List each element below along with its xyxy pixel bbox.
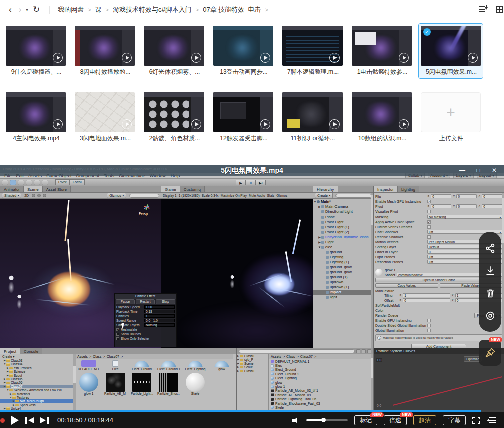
hierarchy-item[interactable]: ground_glow bbox=[313, 270, 373, 275]
pin-button[interactable]: NEW bbox=[479, 340, 501, 366]
breadcrumb-item[interactable]: 我的网盘 bbox=[58, 5, 84, 14]
inspector-field[interactable]: 0 bbox=[403, 298, 450, 302]
folder-tree-item[interactable]: ▶Science bbox=[0, 370, 73, 373]
next-button[interactable] bbox=[40, 417, 49, 424]
file-thumbnail[interactable] bbox=[6, 26, 66, 66]
scene-effects-icon[interactable] bbox=[43, 194, 46, 197]
play-overlay-icon[interactable] bbox=[468, 53, 478, 63]
history-dropdown-icon[interactable]: ▾ bbox=[26, 0, 28, 19]
fullscreen-button[interactable] bbox=[472, 417, 480, 424]
play-overlay-icon[interactable] bbox=[53, 119, 63, 129]
game-toolbar-item[interactable]: Stats bbox=[267, 194, 275, 197]
hierarchy-scrollbar[interactable] bbox=[371, 193, 373, 348]
hierarchy-item[interactable]: impact bbox=[313, 290, 373, 295]
file-card[interactable]: 13受击动画同步... bbox=[211, 23, 276, 79]
asset-list-item[interactable]: Skele bbox=[269, 405, 371, 409]
asset-list-item[interactable]: glow 1 bbox=[269, 384, 371, 388]
play-overlay-icon[interactable] bbox=[399, 119, 409, 129]
asset-list-item[interactable]: glow bbox=[269, 380, 371, 384]
folder-tree-item[interactable]: ▶Unica4 bbox=[0, 407, 73, 410]
breadcrumb-item[interactable]: Class07 bbox=[300, 355, 313, 358]
particle-panel-value[interactable]: 1 bbox=[144, 314, 175, 318]
file-thumbnail[interactable] bbox=[144, 92, 204, 132]
scene-search-input[interactable] bbox=[129, 194, 159, 198]
file-thumbnail[interactable] bbox=[282, 92, 343, 132]
label-icon[interactable] bbox=[362, 349, 366, 353]
folder-tree-item[interactable]: ▶Scout bbox=[237, 365, 268, 369]
breadcrumb-item[interactable]: Class bbox=[286, 355, 295, 358]
play-icon[interactable]: ▶ bbox=[236, 180, 246, 185]
breadcrumb-item[interactable]: Class bbox=[93, 355, 102, 358]
file-thumbnail[interactable] bbox=[352, 92, 412, 132]
copy-values-button[interactable]: Copy Values bbox=[375, 283, 438, 288]
inspector-field[interactable]: 0 bbox=[431, 204, 451, 208]
expand-icon[interactable]: ▶ bbox=[318, 240, 321, 245]
play-overlay-icon[interactable] bbox=[122, 53, 132, 63]
folder-tree-item[interactable]: ▶Materials bbox=[0, 392, 73, 396]
file-thumbnail[interactable] bbox=[352, 26, 412, 66]
mark-button[interactable]: 标记 NEW bbox=[354, 415, 377, 425]
asset-item[interactable]: DEFAULT_NO... bbox=[78, 360, 100, 371]
selected-check-icon[interactable]: ✓ bbox=[423, 28, 431, 36]
refresh-icon[interactable]: ↻ bbox=[33, 0, 40, 19]
filter-icon[interactable] bbox=[356, 349, 360, 353]
checkbox[interactable]: ✓ bbox=[116, 328, 119, 331]
quality-button[interactable]: 超清 bbox=[413, 415, 436, 425]
game-toolbar-item[interactable]: Maximize On Play bbox=[221, 194, 247, 197]
asset-item[interactable]: glow 1 bbox=[78, 372, 100, 396]
local-button[interactable]: Local bbox=[70, 179, 85, 185]
add-component-button[interactable]: Add Component bbox=[411, 344, 466, 348]
asset-item[interactable]: Skele bbox=[184, 372, 206, 396]
checkbox[interactable] bbox=[116, 337, 119, 340]
pause-icon[interactable]: II bbox=[246, 180, 256, 185]
folder-tree-item[interactable]: ▶Class0 bbox=[237, 369, 268, 373]
file-card[interactable]: 6灯光体积烟雾、... bbox=[141, 23, 207, 79]
expand-icon[interactable]: ▶ bbox=[318, 235, 321, 240]
expand-icon[interactable]: ▼ bbox=[313, 199, 317, 204]
folder-tree-item[interactable]: ▼Skeleton - Animated and Low Pol bbox=[0, 388, 73, 392]
inspector-field[interactable]: 0 bbox=[456, 194, 477, 198]
hierarchy-item[interactable]: Directional Light bbox=[313, 209, 373, 215]
file-thumbnail[interactable]: ✓ bbox=[421, 26, 481, 66]
volume-slider[interactable] bbox=[306, 419, 348, 421]
particle-panel-value[interactable]: 0.0 - 1.0 bbox=[144, 319, 175, 322]
file-card[interactable]: 1电击骷髅特效参... bbox=[349, 23, 414, 79]
play-overlay-icon[interactable] bbox=[329, 53, 340, 63]
transform-tool-icon[interactable] bbox=[42, 180, 48, 185]
game-viewport[interactable] bbox=[161, 199, 313, 348]
player-title-bar[interactable]: 5闪电氛围效果.mp4 — □ ✕ bbox=[0, 165, 504, 176]
rotate-tool-icon[interactable] bbox=[18, 180, 24, 185]
inspector-field[interactable]: No Masking▾ bbox=[427, 215, 502, 219]
checkbox[interactable] bbox=[427, 235, 431, 239]
folder-tree-item[interactable]: ▶Scene bbox=[237, 362, 268, 365]
tab-lighting[interactable]: Lighting bbox=[398, 186, 419, 192]
delete-button[interactable] bbox=[485, 288, 496, 299]
file-card[interactable]: 3闪电地面效果.m... bbox=[72, 90, 137, 145]
tab-console[interactable]: Console bbox=[20, 348, 42, 354]
file-thumbnail[interactable] bbox=[75, 26, 135, 66]
back-icon[interactable]: ‹ bbox=[9, 0, 12, 19]
play-overlay-icon[interactable] bbox=[260, 119, 270, 129]
asset-list-item[interactable]: Elect_Lighting bbox=[269, 376, 371, 380]
folder-tree-item[interactable]: ▼Textures bbox=[0, 396, 73, 399]
expand-icon[interactable]: ▼ bbox=[318, 245, 321, 250]
checkbox[interactable] bbox=[427, 225, 431, 229]
tab-animator[interactable]: Animator bbox=[0, 186, 24, 192]
folder-tree-item[interactable]: ▶csb_Profiles bbox=[0, 366, 73, 370]
create-dropdown[interactable]: Create▾ bbox=[315, 193, 333, 198]
hierarchy-item[interactable]: updown (1) bbox=[313, 285, 373, 290]
play-overlay-icon[interactable] bbox=[399, 53, 409, 63]
hierarchy-item[interactable]: Lighting (1) bbox=[313, 260, 373, 265]
asset-item[interactable]: Particle_Shoc... bbox=[157, 372, 180, 396]
pause-button[interactable]: Pause bbox=[116, 299, 135, 304]
asset-list-item[interactable]: Particle_Lightning_Trail_06 bbox=[269, 397, 371, 401]
record-button[interactable] bbox=[485, 310, 496, 321]
maximize-button[interactable]: □ bbox=[474, 165, 483, 176]
file-card[interactable]: 2骷髅、角色材质... bbox=[141, 90, 207, 145]
close-button[interactable]: ✕ bbox=[490, 165, 499, 176]
inspector-field[interactable]: 0 bbox=[456, 204, 477, 208]
checkbox[interactable] bbox=[427, 319, 431, 322]
file-card[interactable]: 8闪电特效播放的... bbox=[72, 23, 137, 79]
checkbox[interactable] bbox=[427, 324, 431, 327]
breadcrumb-item[interactable]: 游戏技术特效与c#脚本入门 bbox=[113, 5, 192, 14]
